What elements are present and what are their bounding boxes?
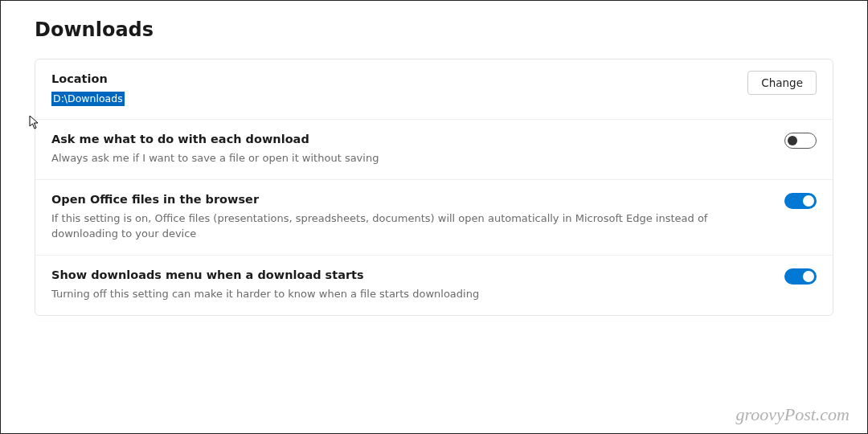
show-menu-row: Show downloads menu when a download star… [35,256,833,315]
watermark: groovyPost.com [735,404,850,425]
downloads-settings-card: Location D:\Downloads Change Ask me what… [35,59,833,316]
location-row: Location D:\Downloads Change [35,59,833,120]
ask-row: Ask me what to do with each download Alw… [35,120,833,180]
change-location-button[interactable]: Change [747,71,817,95]
office-title: Open Office files in the browser [51,191,768,207]
ask-title: Ask me what to do with each download [51,131,768,147]
office-row: Open Office files in the browser If this… [35,180,833,256]
toggle-knob [788,136,797,145]
toggle-knob [803,271,814,282]
office-toggle[interactable] [784,193,817,209]
toggle-knob [803,195,814,207]
show-menu-toggle[interactable] [784,268,817,285]
ask-desc: Always ask me if I want to save a file o… [51,150,768,166]
location-title: Location [51,71,731,87]
show-menu-title: Show downloads menu when a download star… [51,267,768,283]
ask-toggle[interactable] [784,133,817,149]
location-path[interactable]: D:\Downloads [51,92,125,106]
office-desc: If this setting is on, Office files (pre… [51,211,768,242]
page-title: Downloads [35,18,833,41]
show-menu-desc: Turning off this setting can make it har… [51,286,768,302]
